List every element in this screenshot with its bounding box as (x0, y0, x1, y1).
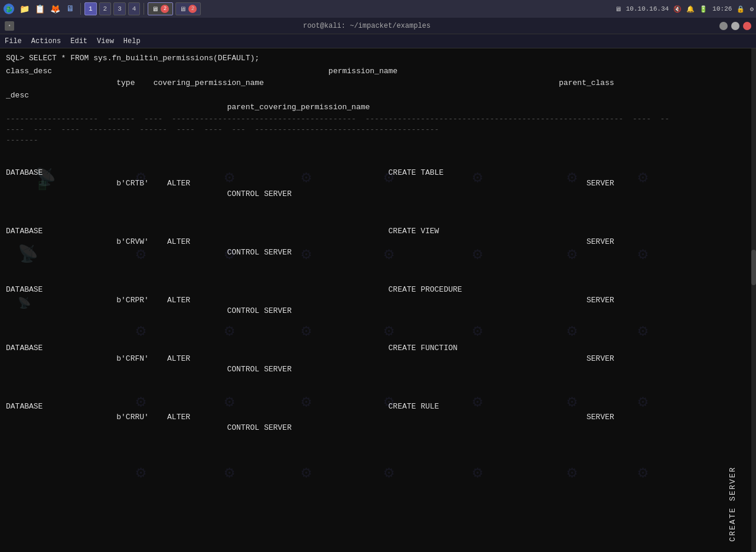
extra-count-badge: 2 (188, 5, 197, 13)
row3-permission: CREATE PROCEDURE (389, 285, 462, 294)
kali-dragon-icon[interactable]: 🐉 (2, 2, 15, 15)
row5-type: b'CRRU' (116, 413, 149, 422)
window-icon: ▪ (5, 21, 14, 31)
separator-line-2: ---- ---- ---- --------- ------ ---- ---… (6, 125, 750, 135)
separator-1 (80, 3, 81, 15)
row2-class: DATABASE (6, 227, 43, 236)
workspace-1-btn[interactable]: 1 (84, 2, 97, 15)
workspace-2-btn[interactable]: 2 (99, 2, 112, 15)
row2-type: b'CRVW' (116, 237, 149, 246)
menu-help[interactable]: Help (123, 37, 141, 45)
terminal-task-badge[interactable]: 🖥 2 (148, 2, 173, 15)
svg-text:🐉: 🐉 (5, 5, 13, 13)
menu-actions[interactable]: Actions (31, 37, 61, 45)
row4-parent-covering: CONTROL SERVER (227, 365, 291, 374)
workspace-3-btn[interactable]: 3 (113, 2, 126, 15)
monitor-icon: 🖥 (615, 5, 621, 13)
row2-parent-covering: CONTROL SERVER (227, 248, 291, 257)
row1-parent-covering: CONTROL SERVER (227, 190, 291, 198)
row2-parent-class: SERVER (586, 237, 614, 246)
row1-type: b'CRTB' (116, 179, 149, 188)
scrollbar-track[interactable] (751, 48, 756, 552)
row5-class: DATABASE (6, 402, 43, 411)
maximize-button[interactable] (731, 22, 739, 30)
row1-covering: ALTER (167, 179, 190, 188)
menu-edit[interactable]: Edit (70, 37, 87, 45)
firefox-icon[interactable]: 🦊 (48, 2, 61, 15)
row4-parent-class: SERVER (586, 354, 614, 363)
terminal-icon[interactable]: 🖥 (64, 2, 77, 15)
header-class-desc: class_desc permission_name (6, 66, 750, 77)
row1-parent-class: SERVER (586, 179, 614, 188)
clipboard-icon[interactable]: 📋 (33, 2, 46, 15)
row4-type: b'CRFN' (116, 354, 149, 363)
workspace-4-btn[interactable]: 4 (128, 2, 141, 15)
clock: 10:26 (712, 5, 732, 12)
header-parent-covering: parent_covering_permission_name (6, 102, 750, 113)
battery-icon: 🔋 (699, 5, 708, 13)
row1-permission: CREATE TABLE (389, 168, 444, 177)
window-controls (719, 22, 751, 30)
menu-view[interactable]: View (97, 37, 114, 45)
terminal-title: root@kali: ~/impacket/examples (19, 22, 715, 30)
row-create-rule: DATABASE CREATE RULE b'CRRU' ALTER (6, 390, 750, 444)
row1-class: DATABASE (6, 168, 43, 177)
row5-parent-covering: CONTROL SERVER (227, 423, 291, 432)
mute-icon: 🔇 (673, 5, 682, 13)
row3-class: DATABASE (6, 285, 43, 294)
row-create-table: DATABASE CREATE TABLE b'CRTB' ALTER (6, 157, 750, 211)
minimize-button[interactable] (719, 22, 728, 30)
menu-file[interactable]: File (5, 37, 22, 45)
row2-permission: CREATE VIEW (389, 227, 439, 236)
row5-parent-class: SERVER (586, 413, 614, 422)
create-server-label: CREATE SERVER (728, 466, 738, 546)
row4-class: DATABASE (6, 344, 43, 352)
bell-icon: 🔔 (686, 5, 695, 13)
lock-icon: 🔒 (737, 5, 745, 13)
row3-parent-covering: CONTROL SERVER (227, 306, 291, 315)
row-create-function: DATABASE CREATE FUNCTION b'CRFN' ALTER (6, 332, 750, 386)
separator-line-3: ------- (6, 135, 750, 146)
ip-address: 10.10.16.34 (626, 5, 669, 12)
taskbar: 🐉 📁 📋 🦊 🖥 1 2 3 4 🖥 2 🖥 2 🖥 10.10.16.34 … (0, 0, 756, 18)
taskbar-right: 🖥 10.10.16.34 🔇 🔔 🔋 10:26 🔒 ⚙ (615, 5, 754, 13)
terminal-count-badge: 2 (161, 5, 169, 13)
terminal-window: ▪ root@kali: ~/impacket/examples File Ac… (0, 18, 756, 552)
row5-permission: CREATE RULE (389, 402, 439, 411)
row-create-procedure: DATABASE CREATE PROCEDURE b'CRPR' ALTER (6, 274, 750, 328)
row4-permission: CREATE FUNCTION (389, 344, 458, 352)
row3-parent-class: SERVER (586, 296, 614, 305)
header-type: type covering_permission_name parent_cla… (6, 78, 750, 89)
row-create-view: DATABASE CREATE VIEW b'CRVW' ALTER (6, 215, 750, 269)
extra-task-badge[interactable]: 🖥 2 (175, 2, 201, 15)
scrollbar-thumb[interactable] (751, 250, 756, 285)
header-desc-suffix: _desc (6, 90, 750, 101)
menubar: File Actions Edit View Help (0, 34, 756, 48)
row2-covering: ALTER (167, 237, 190, 246)
row5-covering: ALTER (167, 413, 190, 422)
close-button[interactable] (743, 22, 751, 30)
terminal-content[interactable]: ⚙ ⚙ ⚙ ⚙ ⚙ ⚙ ⚙ 📡 📡 🖥 📡 ⚙ ⚙ ⚙ ⚙ ⚙ ⚙ ⚙ ⚙ ⚙ … (0, 48, 756, 552)
row4-covering: ALTER (167, 354, 190, 363)
row3-covering: ALTER (167, 296, 190, 305)
separator-line-1: -------------------- ------ ---- -------… (6, 114, 750, 125)
row3-type: b'CRPR' (116, 296, 149, 305)
sql-prompt: SQL> SELECT * FROM sys.fn_builtin_permis… (6, 53, 750, 64)
terminal-titlebar: ▪ root@kali: ~/impacket/examples (0, 18, 756, 34)
separator-2 (144, 3, 144, 15)
folder-icon[interactable]: 📁 (18, 2, 31, 15)
settings-icon: ⚙ (750, 5, 754, 13)
